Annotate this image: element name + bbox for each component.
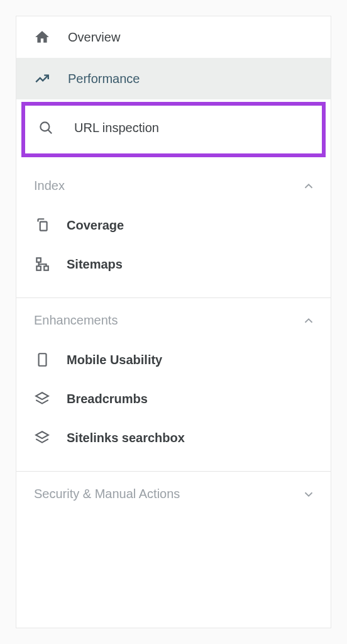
chevron-up-icon <box>302 179 316 193</box>
nav-label: Coverage <box>67 218 124 233</box>
sitemap-icon <box>34 256 50 272</box>
nav-item-url-inspection[interactable]: URL inspection <box>25 106 322 153</box>
nav-item-overview[interactable]: Overview <box>16 16 331 58</box>
svg-marker-7 <box>36 431 48 438</box>
mobile-icon <box>34 352 50 368</box>
pages-icon <box>34 217 50 233</box>
svg-point-0 <box>40 122 49 131</box>
chevron-down-icon <box>302 487 316 501</box>
svg-rect-4 <box>44 266 48 270</box>
highlight-box: URL inspection <box>21 102 326 157</box>
search-icon <box>38 119 54 136</box>
svg-rect-5 <box>39 353 47 366</box>
home-icon <box>34 29 50 45</box>
section-title: Enhancements <box>34 313 118 328</box>
nav-item-coverage[interactable]: Coverage <box>16 206 331 245</box>
nav-item-sitemaps[interactable]: Sitemaps <box>16 245 331 284</box>
nav-label: Breadcrumbs <box>67 392 148 406</box>
svg-marker-6 <box>36 392 48 399</box>
chevron-up-icon <box>302 314 316 328</box>
section-header-index[interactable]: Index <box>16 164 331 206</box>
nav-label: Sitemaps <box>67 257 123 272</box>
nav-label: Mobile Usability <box>67 353 162 367</box>
svg-line-1 <box>48 130 52 133</box>
section-items-index: Coverage Sitemaps <box>16 206 331 291</box>
layers-icon <box>34 430 50 446</box>
layers-icon <box>34 391 50 407</box>
nav-item-performance[interactable]: Performance <box>16 58 331 99</box>
nav-label: Performance <box>68 72 140 86</box>
section-title: Index <box>34 179 65 193</box>
section-header-enhancements[interactable]: Enhancements <box>16 298 331 340</box>
sidebar: Overview Performance URL inspection Inde… <box>16 16 331 628</box>
nav-label: Overview <box>68 30 120 45</box>
section-title: Security & Manual Actions <box>34 487 180 501</box>
nav-item-sitelinks-searchbox[interactable]: Sitelinks searchbox <box>16 418 331 457</box>
nav-item-breadcrumbs[interactable]: Breadcrumbs <box>16 379 331 418</box>
section-header-security[interactable]: Security & Manual Actions <box>16 472 331 514</box>
nav-label: Sitelinks searchbox <box>67 431 185 445</box>
nav-item-mobile-usability[interactable]: Mobile Usability <box>16 340 331 379</box>
svg-rect-3 <box>36 266 41 270</box>
nav-label: URL inspection <box>74 121 159 135</box>
section-items-enhancements: Mobile Usability Breadcrumbs Sitelinks s… <box>16 340 331 465</box>
svg-rect-2 <box>36 258 41 262</box>
trend-icon <box>34 70 50 87</box>
